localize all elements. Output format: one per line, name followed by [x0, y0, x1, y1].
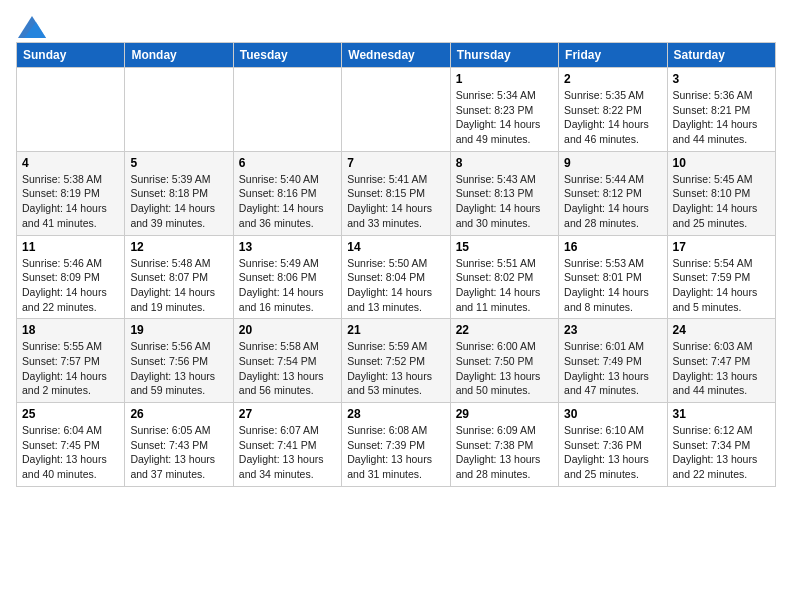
- day-number: 13: [239, 240, 336, 254]
- calendar-cell: [17, 68, 125, 152]
- calendar-cell: 12Sunrise: 5:48 AM Sunset: 8:07 PM Dayli…: [125, 235, 233, 319]
- day-info: Sunrise: 6:00 AM Sunset: 7:50 PM Dayligh…: [456, 339, 553, 398]
- calendar-cell: 3Sunrise: 5:36 AM Sunset: 8:21 PM Daylig…: [667, 68, 775, 152]
- day-info: Sunrise: 5:56 AM Sunset: 7:56 PM Dayligh…: [130, 339, 227, 398]
- day-header-friday: Friday: [559, 43, 667, 68]
- day-info: Sunrise: 6:12 AM Sunset: 7:34 PM Dayligh…: [673, 423, 770, 482]
- day-info: Sunrise: 5:41 AM Sunset: 8:15 PM Dayligh…: [347, 172, 444, 231]
- day-number: 14: [347, 240, 444, 254]
- day-info: Sunrise: 5:44 AM Sunset: 8:12 PM Dayligh…: [564, 172, 661, 231]
- calendar-week-5: 25Sunrise: 6:04 AM Sunset: 7:45 PM Dayli…: [17, 403, 776, 487]
- day-number: 11: [22, 240, 119, 254]
- calendar-cell: 16Sunrise: 5:53 AM Sunset: 8:01 PM Dayli…: [559, 235, 667, 319]
- day-info: Sunrise: 5:36 AM Sunset: 8:21 PM Dayligh…: [673, 88, 770, 147]
- day-info: Sunrise: 5:53 AM Sunset: 8:01 PM Dayligh…: [564, 256, 661, 315]
- day-info: Sunrise: 6:05 AM Sunset: 7:43 PM Dayligh…: [130, 423, 227, 482]
- day-header-saturday: Saturday: [667, 43, 775, 68]
- day-number: 12: [130, 240, 227, 254]
- calendar-cell: 1Sunrise: 5:34 AM Sunset: 8:23 PM Daylig…: [450, 68, 558, 152]
- calendar-header-row: SundayMondayTuesdayWednesdayThursdayFrid…: [17, 43, 776, 68]
- day-number: 24: [673, 323, 770, 337]
- day-info: Sunrise: 5:54 AM Sunset: 7:59 PM Dayligh…: [673, 256, 770, 315]
- day-info: Sunrise: 5:55 AM Sunset: 7:57 PM Dayligh…: [22, 339, 119, 398]
- day-info: Sunrise: 5:45 AM Sunset: 8:10 PM Dayligh…: [673, 172, 770, 231]
- day-info: Sunrise: 5:38 AM Sunset: 8:19 PM Dayligh…: [22, 172, 119, 231]
- day-number: 4: [22, 156, 119, 170]
- day-number: 25: [22, 407, 119, 421]
- calendar-cell: 27Sunrise: 6:07 AM Sunset: 7:41 PM Dayli…: [233, 403, 341, 487]
- calendar-cell: 23Sunrise: 6:01 AM Sunset: 7:49 PM Dayli…: [559, 319, 667, 403]
- calendar-cell: 2Sunrise: 5:35 AM Sunset: 8:22 PM Daylig…: [559, 68, 667, 152]
- day-number: 15: [456, 240, 553, 254]
- calendar-cell: 6Sunrise: 5:40 AM Sunset: 8:16 PM Daylig…: [233, 151, 341, 235]
- day-number: 9: [564, 156, 661, 170]
- day-number: 7: [347, 156, 444, 170]
- day-info: Sunrise: 5:35 AM Sunset: 8:22 PM Dayligh…: [564, 88, 661, 147]
- calendar-cell: 9Sunrise: 5:44 AM Sunset: 8:12 PM Daylig…: [559, 151, 667, 235]
- calendar-cell: [125, 68, 233, 152]
- day-info: Sunrise: 6:01 AM Sunset: 7:49 PM Dayligh…: [564, 339, 661, 398]
- day-number: 1: [456, 72, 553, 86]
- day-number: 31: [673, 407, 770, 421]
- day-number: 17: [673, 240, 770, 254]
- calendar-week-3: 11Sunrise: 5:46 AM Sunset: 8:09 PM Dayli…: [17, 235, 776, 319]
- day-info: Sunrise: 5:40 AM Sunset: 8:16 PM Dayligh…: [239, 172, 336, 231]
- calendar-cell: 4Sunrise: 5:38 AM Sunset: 8:19 PM Daylig…: [17, 151, 125, 235]
- calendar-week-2: 4Sunrise: 5:38 AM Sunset: 8:19 PM Daylig…: [17, 151, 776, 235]
- calendar-cell: 11Sunrise: 5:46 AM Sunset: 8:09 PM Dayli…: [17, 235, 125, 319]
- day-number: 22: [456, 323, 553, 337]
- day-number: 19: [130, 323, 227, 337]
- calendar-table: SundayMondayTuesdayWednesdayThursdayFrid…: [16, 42, 776, 487]
- day-header-wednesday: Wednesday: [342, 43, 450, 68]
- day-number: 23: [564, 323, 661, 337]
- calendar-cell: [342, 68, 450, 152]
- day-info: Sunrise: 5:58 AM Sunset: 7:54 PM Dayligh…: [239, 339, 336, 398]
- day-number: 27: [239, 407, 336, 421]
- day-info: Sunrise: 5:43 AM Sunset: 8:13 PM Dayligh…: [456, 172, 553, 231]
- calendar-week-4: 18Sunrise: 5:55 AM Sunset: 7:57 PM Dayli…: [17, 319, 776, 403]
- calendar-cell: 17Sunrise: 5:54 AM Sunset: 7:59 PM Dayli…: [667, 235, 775, 319]
- day-header-monday: Monday: [125, 43, 233, 68]
- day-number: 28: [347, 407, 444, 421]
- day-info: Sunrise: 5:39 AM Sunset: 8:18 PM Dayligh…: [130, 172, 227, 231]
- calendar-body: 1Sunrise: 5:34 AM Sunset: 8:23 PM Daylig…: [17, 68, 776, 487]
- day-header-tuesday: Tuesday: [233, 43, 341, 68]
- day-info: Sunrise: 6:07 AM Sunset: 7:41 PM Dayligh…: [239, 423, 336, 482]
- day-number: 16: [564, 240, 661, 254]
- day-number: 10: [673, 156, 770, 170]
- day-number: 20: [239, 323, 336, 337]
- day-info: Sunrise: 5:59 AM Sunset: 7:52 PM Dayligh…: [347, 339, 444, 398]
- day-info: Sunrise: 5:34 AM Sunset: 8:23 PM Dayligh…: [456, 88, 553, 147]
- day-number: 2: [564, 72, 661, 86]
- day-info: Sunrise: 6:10 AM Sunset: 7:36 PM Dayligh…: [564, 423, 661, 482]
- calendar-cell: 31Sunrise: 6:12 AM Sunset: 7:34 PM Dayli…: [667, 403, 775, 487]
- calendar-cell: 21Sunrise: 5:59 AM Sunset: 7:52 PM Dayli…: [342, 319, 450, 403]
- day-info: Sunrise: 5:46 AM Sunset: 8:09 PM Dayligh…: [22, 256, 119, 315]
- day-info: Sunrise: 5:49 AM Sunset: 8:06 PM Dayligh…: [239, 256, 336, 315]
- day-number: 5: [130, 156, 227, 170]
- day-header-thursday: Thursday: [450, 43, 558, 68]
- calendar-cell: 19Sunrise: 5:56 AM Sunset: 7:56 PM Dayli…: [125, 319, 233, 403]
- calendar-cell: 28Sunrise: 6:08 AM Sunset: 7:39 PM Dayli…: [342, 403, 450, 487]
- calendar-cell: [233, 68, 341, 152]
- day-number: 26: [130, 407, 227, 421]
- day-number: 30: [564, 407, 661, 421]
- calendar-cell: 7Sunrise: 5:41 AM Sunset: 8:15 PM Daylig…: [342, 151, 450, 235]
- day-info: Sunrise: 6:09 AM Sunset: 7:38 PM Dayligh…: [456, 423, 553, 482]
- calendar-cell: 13Sunrise: 5:49 AM Sunset: 8:06 PM Dayli…: [233, 235, 341, 319]
- day-info: Sunrise: 6:03 AM Sunset: 7:47 PM Dayligh…: [673, 339, 770, 398]
- day-number: 6: [239, 156, 336, 170]
- logo: [16, 16, 46, 34]
- logo-icon: [18, 16, 46, 38]
- calendar-cell: 22Sunrise: 6:00 AM Sunset: 7:50 PM Dayli…: [450, 319, 558, 403]
- calendar-cell: 30Sunrise: 6:10 AM Sunset: 7:36 PM Dayli…: [559, 403, 667, 487]
- calendar-cell: 29Sunrise: 6:09 AM Sunset: 7:38 PM Dayli…: [450, 403, 558, 487]
- day-header-sunday: Sunday: [17, 43, 125, 68]
- day-info: Sunrise: 5:50 AM Sunset: 8:04 PM Dayligh…: [347, 256, 444, 315]
- calendar-week-1: 1Sunrise: 5:34 AM Sunset: 8:23 PM Daylig…: [17, 68, 776, 152]
- day-info: Sunrise: 5:51 AM Sunset: 8:02 PM Dayligh…: [456, 256, 553, 315]
- calendar-cell: 8Sunrise: 5:43 AM Sunset: 8:13 PM Daylig…: [450, 151, 558, 235]
- day-number: 3: [673, 72, 770, 86]
- calendar-cell: 10Sunrise: 5:45 AM Sunset: 8:10 PM Dayli…: [667, 151, 775, 235]
- day-number: 29: [456, 407, 553, 421]
